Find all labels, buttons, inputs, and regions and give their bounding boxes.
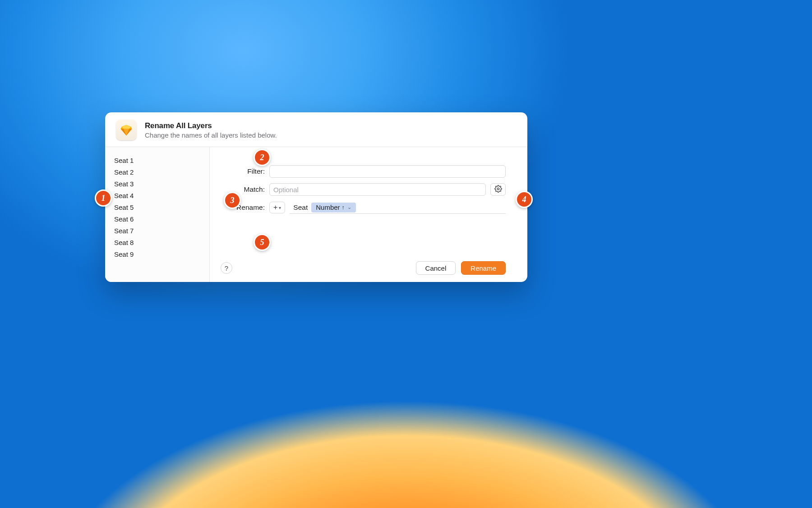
help-button[interactable]: ? xyxy=(221,262,232,274)
annotation-marker-4: 4 xyxy=(516,191,533,208)
match-input[interactable] xyxy=(269,183,486,196)
layer-list: Seat 1 Seat 2 Seat 3 Seat 4 Seat 5 Seat … xyxy=(105,147,210,282)
list-item[interactable]: Seat 1 xyxy=(105,154,209,166)
chevron-down-icon: ▾ xyxy=(279,205,281,210)
cancel-button[interactable]: Cancel xyxy=(416,261,456,275)
rename-input[interactable]: Seat Number ↑ ⌄ xyxy=(290,201,506,214)
dialog-body: Seat 1 Seat 2 Seat 3 Seat 4 Seat 5 Seat … xyxy=(105,147,527,282)
dialog-header: Rename All Layers Change the names of al… xyxy=(105,112,527,147)
rename-row: Rename: + ▾ Seat Number ↑ ⌄ xyxy=(221,201,506,214)
rename-button[interactable]: Rename xyxy=(461,261,506,275)
help-icon: ? xyxy=(225,264,228,272)
filter-row: Filter: xyxy=(221,165,506,178)
svg-marker-1 xyxy=(122,125,131,129)
gear-icon xyxy=(494,185,502,194)
annotation-marker-3: 3 xyxy=(224,192,241,209)
list-item[interactable]: Seat 8 xyxy=(105,236,209,248)
chevron-down-icon: ⌄ xyxy=(347,204,351,210)
number-token-label: Number xyxy=(316,203,340,211)
list-item[interactable]: Seat 6 xyxy=(105,213,209,225)
list-item[interactable]: Seat 5 xyxy=(105,201,209,213)
filter-label: Filter: xyxy=(221,167,265,175)
add-token-button[interactable]: + ▾ xyxy=(269,202,285,213)
list-item[interactable]: Seat 9 xyxy=(105,248,209,260)
form: Filter: Match: xyxy=(221,165,506,214)
annotation-marker-1: 1 xyxy=(95,189,112,207)
list-item[interactable]: Seat 3 xyxy=(105,178,209,189)
list-item[interactable]: Seat 2 xyxy=(105,166,209,178)
sketch-app-icon xyxy=(116,120,137,140)
plus-icon: + xyxy=(273,203,277,212)
match-settings-button[interactable] xyxy=(490,183,506,196)
match-row: Match: xyxy=(221,183,506,196)
dialog-title: Rename All Layers xyxy=(145,121,277,130)
filter-input[interactable] xyxy=(269,165,506,178)
svg-point-5 xyxy=(497,188,499,189)
arrow-up-icon: ↑ xyxy=(342,204,345,211)
rename-layers-dialog: Rename All Layers Change the names of al… xyxy=(105,112,527,282)
list-item[interactable]: Seat 7 xyxy=(105,225,209,236)
number-token[interactable]: Number ↑ ⌄ xyxy=(311,203,356,212)
annotation-marker-2: 2 xyxy=(254,149,271,166)
list-item[interactable]: Seat 4 xyxy=(105,189,209,201)
rename-prefix-text: Seat xyxy=(293,203,308,212)
dialog-subtitle: Change the names of all layers listed be… xyxy=(145,131,277,139)
annotation-marker-5: 5 xyxy=(254,234,271,251)
main-panel: Filter: Match: xyxy=(210,147,527,282)
dialog-footer: ? Cancel Rename xyxy=(221,254,506,275)
match-label: Match: xyxy=(221,185,265,194)
header-text: Rename All Layers Change the names of al… xyxy=(145,121,277,139)
